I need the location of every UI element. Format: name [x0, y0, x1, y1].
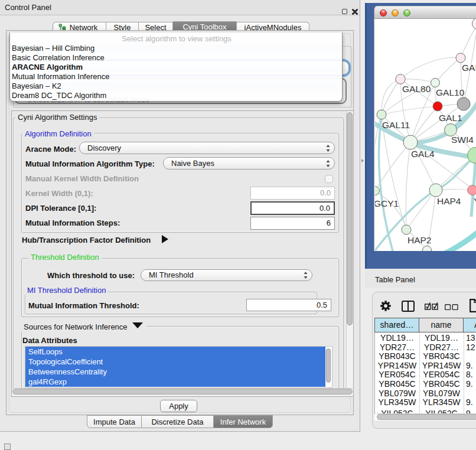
svg-text:GAL11: GAL11: [382, 120, 410, 130]
svg-text:GAL1: GAL1: [439, 113, 462, 123]
svg-text:GAL10: GAL10: [436, 87, 465, 97]
svg-text:HAP4: HAP4: [437, 196, 461, 206]
svg-text:GAL80: GAL80: [402, 84, 431, 94]
svg-text:Y: Y: [474, 196, 476, 206]
svg-text:GAL2: GAL2: [462, 63, 476, 73]
svg-text:GAL4: GAL4: [411, 149, 435, 159]
svg-text:GCY1: GCY1: [375, 198, 399, 208]
svg-text:HAP2: HAP2: [407, 235, 432, 245]
svg-text:SWI4: SWI4: [451, 135, 474, 145]
